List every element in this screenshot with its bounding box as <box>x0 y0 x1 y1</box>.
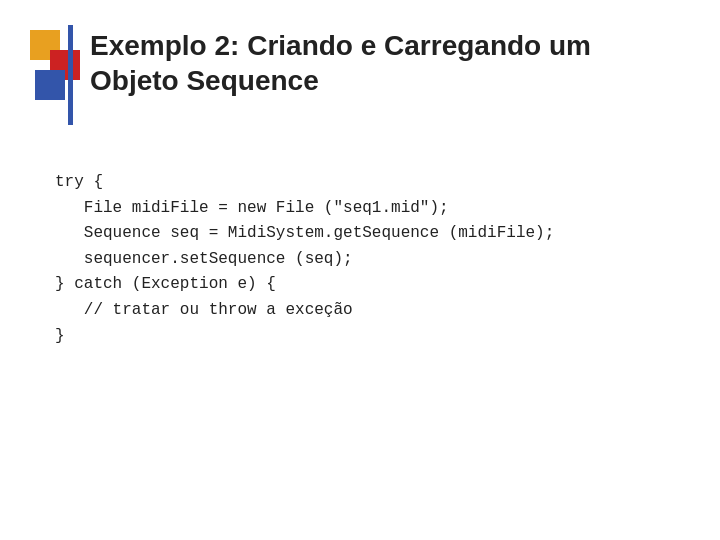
square-blue <box>35 70 65 100</box>
decorative-squares <box>30 30 85 110</box>
code-line-7: } <box>55 324 690 350</box>
code-line-5: } catch (Exception e) { <box>55 272 690 298</box>
code-line-3: Sequence seq = MidiSystem.getSequence (m… <box>55 221 690 247</box>
code-line-2: File midiFile = new File ("seq1.mid"); <box>55 196 690 222</box>
title-line2: Objeto Sequence <box>90 65 319 96</box>
code-line-4: sequencer.setSequence (seq); <box>55 247 690 273</box>
slide-title: Exemplo 2: Criando e Carregando um Objet… <box>90 28 690 98</box>
blue-bar <box>68 25 73 125</box>
title-line1: Exemplo 2: Criando e Carregando um <box>90 30 591 61</box>
slide-container: Exemplo 2: Criando e Carregando um Objet… <box>0 0 720 540</box>
code-line-1: try { <box>55 170 690 196</box>
code-line-6: // tratar ou throw a exceção <box>55 298 690 324</box>
code-block: try { File midiFile = new File ("seq1.mi… <box>55 170 690 349</box>
title-block: Exemplo 2: Criando e Carregando um Objet… <box>90 28 690 98</box>
